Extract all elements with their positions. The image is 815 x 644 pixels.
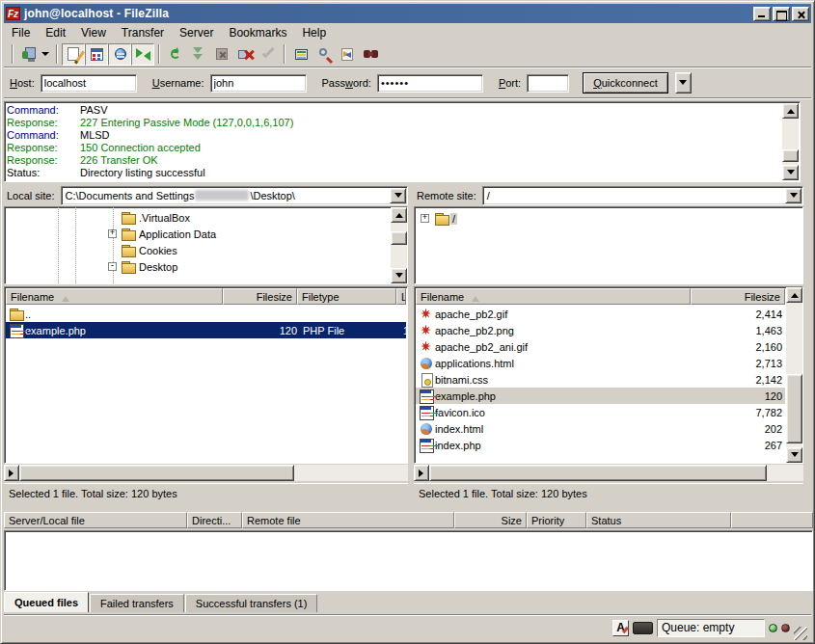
username-input[interactable]: [210, 74, 307, 93]
tree-item-desktop[interactable]: - Desktop: [5, 258, 407, 275]
local-treeview-toggle-button[interactable]: [85, 43, 108, 66]
scrollbar-thumb[interactable]: [391, 231, 407, 245]
scrollbar-thumb[interactable]: [786, 374, 802, 443]
file-row[interactable]: favicon.ico 7,782: [416, 404, 785, 420]
ascii-data-type-icon[interactable]: A: [612, 620, 629, 636]
column-header-filename[interactable]: Filename: [416, 288, 691, 305]
expand-icon[interactable]: +: [421, 214, 429, 223]
column-header-filetype[interactable]: Filetype: [297, 288, 396, 305]
scroll-up-button[interactable]: [391, 207, 407, 223]
menu-server[interactable]: Server: [172, 25, 221, 40]
menu-file[interactable]: File: [4, 25, 38, 40]
quickconnect-dropdown-button[interactable]: [675, 72, 692, 94]
abort-button[interactable]: [257, 43, 280, 66]
remote-site-combobox[interactable]: /: [482, 186, 803, 205]
scroll-down-button[interactable]: [391, 268, 407, 283]
password-input[interactable]: [377, 74, 483, 93]
tab-successful-transfers[interactable]: Successful transfers (1): [185, 594, 318, 612]
resize-grip[interactable]: [794, 627, 807, 640]
column-header-status[interactable]: Status: [586, 512, 731, 528]
tree-item-application-data[interactable]: + Application Data: [5, 226, 407, 242]
scroll-right-button[interactable]: [414, 465, 429, 481]
file-row[interactable]: apache_pb2.png 1,463: [416, 322, 785, 338]
menu-bookmarks[interactable]: Bookmarks: [221, 25, 294, 40]
arrow-down-icon: [395, 273, 403, 282]
queue-list[interactable]: [4, 530, 813, 591]
scroll-right-button[interactable]: [4, 465, 19, 481]
file-row[interactable]: index.html 202: [416, 420, 785, 437]
file-row[interactable]: bitnami.css 2,142: [416, 371, 785, 388]
menu-help[interactable]: Help: [294, 25, 334, 40]
local-horizontal-scrollbar[interactable]: [4, 465, 408, 481]
chevron-down-icon[interactable]: [41, 52, 49, 60]
file-row[interactable]: apache_pb2.gif 2,414: [416, 306, 785, 322]
host-input[interactable]: [41, 74, 137, 93]
remote-list-scrollbar[interactable]: [786, 287, 802, 463]
file-row[interactable]: index.php 267: [416, 437, 785, 453]
refresh-button[interactable]: [164, 43, 187, 66]
menu-edit[interactable]: Edit: [38, 25, 73, 40]
scrollbar-thumb[interactable]: [429, 465, 767, 481]
menu-view[interactable]: View: [73, 25, 114, 40]
tab-failed-transfers[interactable]: Failed transfers: [90, 594, 184, 612]
column-header-remote-file[interactable]: Remote file: [242, 512, 454, 528]
minimize-icon[interactable]: [753, 7, 771, 21]
file-row-updir[interactable]: ..: [6, 306, 406, 322]
close-icon[interactable]: [792, 7, 809, 21]
tab-queued-files[interactable]: Queued files: [4, 592, 89, 612]
expand-icon[interactable]: +: [108, 229, 117, 238]
log-scrollbar[interactable]: [782, 103, 799, 180]
tree-item-cookies[interactable]: Cookies: [5, 242, 407, 258]
disconnect-button[interactable]: [233, 43, 257, 66]
cancel-operation-button[interactable]: [210, 43, 233, 66]
column-header-filename[interactable]: Filename: [6, 288, 223, 305]
window-title: john@localhost - FileZilla: [24, 7, 753, 20]
file-row[interactable]: apache_pb2_ani.gif 2,160: [416, 338, 785, 355]
local-site-combobox[interactable]: C:\Documents and Settings\Desktop\: [61, 186, 408, 205]
remote-site-dropdown-button[interactable]: [785, 188, 801, 203]
maximize-icon[interactable]: [773, 7, 790, 21]
tree-item-label: Desktop: [137, 261, 179, 273]
message-log-toggle-button[interactable]: [62, 43, 85, 66]
site-manager-button[interactable]: [17, 43, 52, 66]
column-header-direction[interactable]: Directi...: [187, 512, 242, 528]
tree-item-root[interactable]: + /: [415, 210, 802, 227]
file-name: favicon.ico: [435, 407, 485, 418]
file-search-button[interactable]: [312, 43, 336, 66]
scroll-up-button[interactable]: [782, 103, 799, 119]
scrollbar-thumb[interactable]: [19, 465, 294, 481]
remote-horizontal-scrollbar[interactable]: [414, 465, 803, 481]
remote-treeview-toggle-button[interactable]: [108, 43, 131, 66]
port-input[interactable]: [527, 74, 569, 93]
scroll-down-button[interactable]: [782, 165, 799, 180]
file-row[interactable]: applications.html 2,713: [416, 355, 785, 371]
compare-directories-button[interactable]: [336, 43, 359, 66]
column-header-empty[interactable]: [731, 512, 813, 528]
file-row-example-php[interactable]: example.php 120: [416, 388, 785, 404]
file-type: PHP File: [300, 322, 400, 338]
column-header-server-local-file[interactable]: Server/Local file: [4, 512, 187, 528]
column-header-size[interactable]: Size: [454, 512, 527, 528]
column-header-priority[interactable]: Priority: [527, 512, 586, 528]
menu-transfer[interactable]: Transfer: [114, 25, 172, 40]
scrollbar-thumb[interactable]: [782, 149, 799, 162]
speed-limit-icon[interactable]: [633, 622, 653, 634]
sort-ascending-icon: [472, 292, 479, 302]
remote-selection-status: Selected 1 file. Total size: 120 bytes: [414, 483, 803, 502]
column-header-filesize[interactable]: Filesize: [223, 288, 297, 305]
column-header-last-modified[interactable]: L: [396, 288, 406, 305]
scroll-down-button[interactable]: [786, 447, 802, 463]
local-site-dropdown-button[interactable]: [390, 188, 406, 203]
collapse-icon[interactable]: -: [108, 262, 117, 271]
scroll-up-button[interactable]: [786, 287, 802, 303]
process-queue-button[interactable]: [187, 43, 210, 66]
file-row-example-php[interactable]: example.php 120 PHP File 1: [6, 322, 406, 338]
quickconnect-button[interactable]: Quickconnect: [583, 72, 668, 94]
transfer-queue-toggle-button[interactable]: [131, 43, 154, 66]
synchronized-browsing-button[interactable]: [359, 43, 382, 66]
title-bar[interactable]: Fz john@localhost - FileZilla: [4, 4, 811, 23]
local-tree-scrollbar[interactable]: [391, 207, 407, 283]
tree-item-virtualbox[interactable]: .VirtualBox: [5, 209, 407, 226]
filename-filters-button[interactable]: [289, 43, 312, 66]
column-header-filesize[interactable]: Filesize: [691, 288, 785, 305]
